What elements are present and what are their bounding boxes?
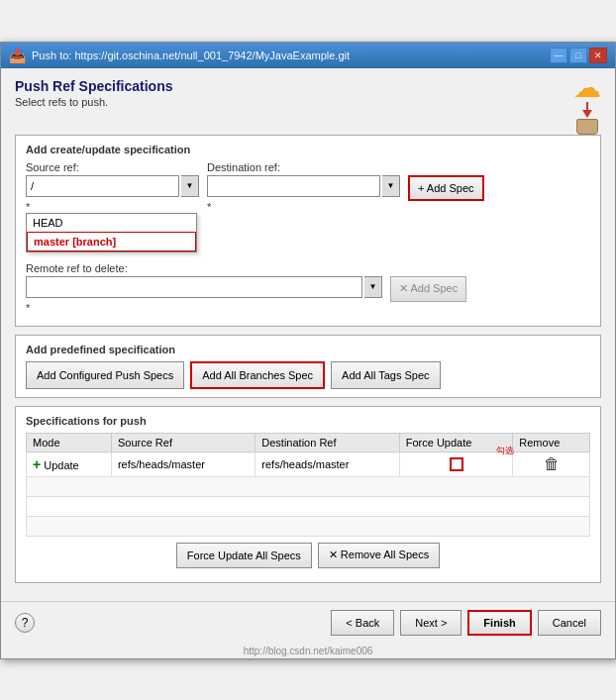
footer-left: ? bbox=[15, 613, 35, 633]
page-subtitle: Select refs to push. bbox=[15, 96, 573, 108]
add-spec-top-button[interactable]: + Add Spec bbox=[408, 175, 484, 201]
cloud-cylinder-icon: ☁ bbox=[573, 74, 601, 135]
remote-ref-dropdown-arrow[interactable]: ▼ bbox=[364, 276, 382, 298]
add-all-branches-button[interactable]: Add All Branches Spec bbox=[190, 361, 325, 389]
add-spec-top-btn-wrapper: + Add Spec bbox=[408, 175, 484, 201]
page-title: Push Ref Specifications bbox=[15, 78, 573, 94]
checkbox-annotation: 勾选 bbox=[496, 445, 514, 457]
arrow-down bbox=[586, 102, 588, 110]
remote-ref-input-row: ▼ bbox=[26, 276, 382, 298]
arrow-head bbox=[582, 110, 592, 118]
empty-row-3 bbox=[27, 516, 590, 536]
close-button[interactable]: ✕ bbox=[589, 48, 607, 63]
row-dest-ref: refs/heads/master bbox=[256, 451, 399, 476]
cancel-button[interactable]: Cancel bbox=[538, 610, 601, 636]
cloud-icon: ☁ bbox=[573, 74, 601, 102]
predefined-title: Add predefined specification bbox=[26, 344, 590, 355]
title-bar-left: 📤 Push to: https://git.oschina.net/null_… bbox=[9, 48, 350, 63]
remote-ref-group: Remote ref to delete: ▼ * bbox=[26, 262, 382, 314]
table-row: + Update refs/heads/master refs/heads/ma… bbox=[27, 451, 590, 476]
source-ref-input[interactable] bbox=[26, 175, 179, 197]
col-remove: Remove bbox=[513, 433, 590, 451]
col-mode: Mode bbox=[27, 433, 112, 451]
specs-for-push-title: Specifications for push bbox=[26, 415, 590, 427]
source-ref-label: Source ref: bbox=[26, 161, 199, 173]
row-source-ref: refs/heads/master bbox=[111, 451, 255, 476]
title-bar: 📤 Push to: https://git.oschina.net/null_… bbox=[1, 43, 615, 68]
remote-ref-row: Remote ref to delete: ▼ * ✕ Add Spec bbox=[26, 262, 590, 314]
footer-right: < Back Next > Finish Cancel bbox=[331, 610, 601, 636]
source-dest-row: Source ref: ▼ * Destination ref: ▼ * bbox=[26, 161, 590, 213]
cylinder-icon bbox=[576, 102, 598, 135]
window-icon: 📤 bbox=[9, 48, 26, 63]
source-ref-dropdown-arrow[interactable]: ▼ bbox=[181, 175, 199, 197]
add-all-tags-button[interactable]: Add All Tags Spec bbox=[331, 361, 440, 389]
title-controls: — □ ✕ bbox=[550, 48, 607, 63]
main-window: 📤 Push to: https://git.oschina.net/null_… bbox=[0, 42, 616, 659]
empty-row-2 bbox=[27, 496, 590, 516]
maximize-button[interactable]: □ bbox=[569, 48, 587, 63]
col-destination: Destination Ref bbox=[256, 433, 399, 451]
specs-for-push-section: Specifications for push Mode Source Ref … bbox=[15, 406, 601, 583]
specs-table: Mode Source Ref Destination Ref Force Up… bbox=[26, 433, 590, 537]
force-update-all-button[interactable]: Force Update All Specs bbox=[176, 543, 312, 568]
empty-row-1 bbox=[27, 476, 590, 496]
dropdown-item-master[interactable]: master [branch] bbox=[27, 232, 196, 251]
remote-asterisk: * bbox=[26, 302, 382, 314]
finish-button[interactable]: Finish bbox=[467, 610, 531, 636]
source-ref-input-row: ▼ bbox=[26, 175, 199, 197]
row-remove: 🗑 bbox=[513, 451, 590, 476]
next-button[interactable]: Next > bbox=[400, 610, 462, 636]
dropdown-item-head[interactable]: HEAD bbox=[27, 214, 196, 232]
back-button[interactable]: < Back bbox=[331, 610, 394, 636]
remote-ref-input[interactable] bbox=[26, 276, 362, 298]
header-row: Push Ref Specifications Select refs to p… bbox=[15, 78, 601, 135]
source-asterisk: * bbox=[26, 201, 199, 213]
row-mode: + Update bbox=[27, 451, 112, 476]
bottom-spec-buttons: Force Update All Specs ✕ Remove All Spec… bbox=[26, 537, 590, 574]
create-update-section: Add create/update specification Source r… bbox=[15, 135, 601, 327]
dest-ref-input-row: ▼ bbox=[207, 175, 400, 197]
source-ref-dropdown-list: HEAD master [branch] bbox=[26, 213, 197, 252]
force-update-checkbox[interactable] bbox=[450, 457, 463, 471]
footer: ? < Back Next > Finish Cancel bbox=[1, 601, 615, 644]
dest-ref-dropdown-arrow[interactable]: ▼ bbox=[382, 175, 400, 197]
source-ref-group: Source ref: ▼ * bbox=[26, 161, 199, 213]
mode-plus-icon: + bbox=[33, 456, 41, 472]
dest-asterisk: * bbox=[207, 201, 400, 213]
row-force-update: 勾选 bbox=[399, 451, 513, 476]
watermark: http://blog.csdn.net/kaime006 bbox=[1, 644, 615, 658]
dest-ref-input[interactable] bbox=[207, 175, 380, 197]
window-title: Push to: https://git.oschina.net/null_00… bbox=[32, 50, 350, 61]
remove-all-button[interactable]: ✕ Remove All Specs bbox=[318, 543, 440, 568]
content-area: Push Ref Specifications Select refs to p… bbox=[1, 68, 615, 601]
help-button[interactable]: ? bbox=[15, 613, 35, 633]
predefined-section: Add predefined specification Add Configu… bbox=[15, 335, 601, 398]
delete-icon[interactable]: 🗑 bbox=[544, 455, 560, 472]
predefined-buttons-row: Add Configured Push Specs Add All Branch… bbox=[26, 361, 590, 389]
add-spec-bottom-button[interactable]: ✕ Add Spec bbox=[390, 276, 466, 302]
dest-ref-group: Destination ref: ▼ * bbox=[207, 161, 400, 213]
remote-ref-label: Remote ref to delete: bbox=[26, 262, 382, 274]
header-text: Push Ref Specifications Select refs to p… bbox=[15, 78, 573, 116]
col-source: Source Ref bbox=[111, 433, 255, 451]
minimize-button[interactable]: — bbox=[550, 48, 567, 63]
add-spec-bottom-btn-wrapper: ✕ Add Spec bbox=[390, 276, 466, 302]
cylinder-body bbox=[576, 119, 598, 135]
dest-ref-label: Destination ref: bbox=[207, 161, 400, 173]
create-update-title: Add create/update specification bbox=[26, 144, 590, 155]
add-configured-push-button[interactable]: Add Configured Push Specs bbox=[26, 361, 184, 389]
